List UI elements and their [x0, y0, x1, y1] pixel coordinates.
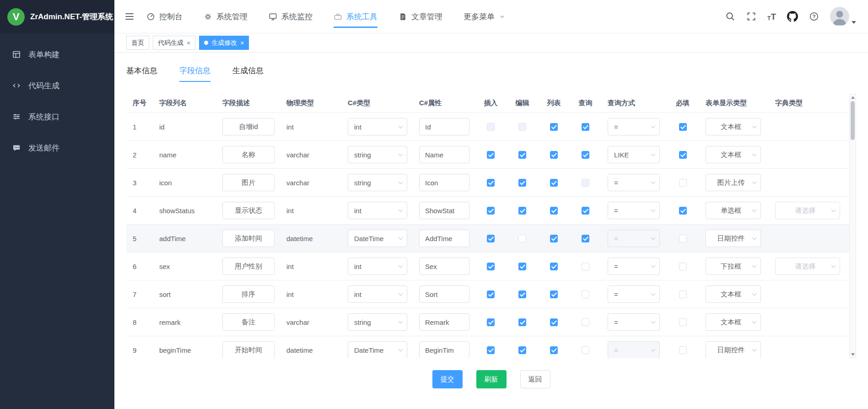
- search-button[interactable]: [725, 11, 735, 22]
- display-type-select[interactable]: 文本框: [706, 118, 761, 135]
- refresh-button[interactable]: 刷新: [476, 370, 507, 388]
- fullscreen-button[interactable]: [746, 11, 756, 22]
- field-desc-input[interactable]: [222, 285, 275, 303]
- csharp-prop-input[interactable]: [419, 258, 469, 275]
- sidebar-item-form-builder[interactable]: 表单构建: [0, 39, 114, 70]
- close-icon[interactable]: ×: [240, 40, 244, 46]
- csharp-prop-input[interactable]: [419, 230, 469, 247]
- display-type-select[interactable]: 文本框: [706, 285, 761, 303]
- tab-basic-info[interactable]: 基本信息: [126, 65, 157, 82]
- query-checkbox[interactable]: [582, 346, 589, 354]
- list-checkbox[interactable]: [550, 291, 558, 298]
- required-checkbox[interactable]: [679, 207, 687, 215]
- font-size-icon[interactable]: TT: [767, 12, 776, 21]
- list-checkbox[interactable]: [550, 346, 558, 354]
- edit-checkbox[interactable]: [518, 151, 526, 159]
- edit-checkbox[interactable]: [518, 263, 526, 270]
- csharp-type-select[interactable]: string: [348, 174, 407, 191]
- query-mode-select[interactable]: =: [608, 258, 660, 275]
- required-checkbox[interactable]: [679, 263, 687, 270]
- insert-checkbox[interactable]: [487, 151, 495, 159]
- nav-item-system-monitor[interactable]: 系统监控: [269, 0, 313, 33]
- insert-checkbox[interactable]: [487, 207, 495, 215]
- csharp-type-select[interactable]: DateTime: [348, 341, 407, 358]
- csharp-type-select[interactable]: int: [348, 118, 407, 135]
- csharp-prop-input[interactable]: [419, 146, 469, 163]
- query-checkbox[interactable]: [582, 123, 589, 131]
- required-checkbox[interactable]: [679, 235, 687, 242]
- query-checkbox[interactable]: [582, 179, 589, 187]
- field-desc-input[interactable]: [222, 202, 275, 219]
- csharp-prop-input[interactable]: [419, 341, 469, 358]
- edit-checkbox[interactable]: [518, 207, 526, 215]
- query-mode-select[interactable]: =: [608, 341, 660, 358]
- query-mode-select[interactable]: =: [608, 202, 660, 219]
- dict-type-select[interactable]: 请选择: [775, 202, 840, 219]
- query-mode-select[interactable]: =: [608, 118, 660, 135]
- csharp-prop-input[interactable]: [419, 118, 469, 135]
- insert-checkbox[interactable]: [487, 235, 495, 242]
- nav-item-dashboard[interactable]: 控制台: [146, 0, 183, 33]
- query-checkbox[interactable]: [582, 318, 589, 326]
- csharp-type-select[interactable]: DateTime: [348, 230, 407, 247]
- list-checkbox[interactable]: [550, 263, 558, 270]
- required-checkbox[interactable]: [679, 346, 687, 354]
- display-type-select[interactable]: 日期控件: [706, 341, 761, 358]
- sidebar-item-api[interactable]: 系统接口: [0, 101, 114, 132]
- csharp-type-select[interactable]: string: [348, 146, 407, 163]
- csharp-type-select[interactable]: string: [348, 313, 407, 331]
- csharp-prop-input[interactable]: [419, 174, 469, 191]
- tab-home[interactable]: 首页: [126, 36, 149, 50]
- edit-checkbox[interactable]: [518, 235, 526, 242]
- back-button[interactable]: 返回: [520, 370, 550, 388]
- list-checkbox[interactable]: [550, 207, 558, 215]
- display-type-select[interactable]: 文本框: [706, 146, 761, 163]
- tab-gen-info[interactable]: 生成信息: [232, 65, 264, 82]
- list-checkbox[interactable]: [550, 235, 558, 242]
- required-checkbox[interactable]: [679, 151, 687, 159]
- field-desc-input[interactable]: [222, 230, 275, 247]
- csharp-type-select[interactable]: int: [348, 202, 407, 219]
- scroll-up-arrow-icon[interactable]: [851, 96, 855, 99]
- insert-checkbox[interactable]: [487, 318, 495, 326]
- display-type-select[interactable]: 日期控件: [706, 230, 761, 247]
- csharp-prop-input[interactable]: [419, 313, 469, 331]
- scrollbar-thumb[interactable]: [851, 101, 855, 140]
- query-mode-select[interactable]: =: [608, 313, 660, 331]
- query-mode-select[interactable]: =: [608, 285, 660, 303]
- list-checkbox[interactable]: [550, 123, 558, 131]
- insert-checkbox[interactable]: [487, 346, 495, 354]
- edit-checkbox[interactable]: [518, 318, 526, 326]
- display-type-select[interactable]: 图片上传: [706, 174, 761, 191]
- submit-button[interactable]: 提交: [432, 370, 463, 388]
- edit-checkbox[interactable]: [518, 123, 526, 131]
- required-checkbox[interactable]: [679, 291, 687, 298]
- field-desc-input[interactable]: [222, 146, 275, 163]
- nav-item-system-admin[interactable]: 系统管理: [204, 0, 248, 33]
- table-scrollbar[interactable]: [849, 94, 856, 358]
- csharp-prop-input[interactable]: [419, 202, 469, 219]
- sidebar-item-code-gen[interactable]: 代码生成: [0, 70, 114, 101]
- sidebar-toggle-button[interactable]: [124, 11, 135, 22]
- tab-code-gen[interactable]: 代码生成 ×: [153, 36, 195, 50]
- field-desc-input[interactable]: [222, 118, 275, 135]
- required-checkbox[interactable]: [679, 318, 687, 326]
- user-menu[interactable]: [830, 7, 856, 26]
- dict-type-select[interactable]: 请选择: [775, 258, 840, 275]
- query-checkbox[interactable]: [582, 235, 589, 242]
- tab-gen-modify[interactable]: 生成修改 ×: [199, 36, 249, 50]
- insert-checkbox[interactable]: [487, 179, 495, 187]
- required-checkbox[interactable]: [679, 179, 687, 187]
- display-type-select[interactable]: 文本框: [706, 313, 761, 331]
- insert-checkbox[interactable]: [487, 263, 495, 270]
- list-checkbox[interactable]: [550, 318, 558, 326]
- query-checkbox[interactable]: [582, 207, 589, 215]
- scroll-down-arrow-icon[interactable]: [851, 353, 855, 356]
- csharp-type-select[interactable]: int: [348, 258, 407, 275]
- query-mode-select[interactable]: =: [608, 174, 660, 191]
- nav-item-more-menus[interactable]: 更多菜单: [464, 0, 506, 33]
- github-button[interactable]: [787, 11, 798, 22]
- query-checkbox[interactable]: [582, 263, 589, 270]
- field-desc-input[interactable]: [222, 341, 275, 358]
- close-icon[interactable]: ×: [187, 40, 190, 46]
